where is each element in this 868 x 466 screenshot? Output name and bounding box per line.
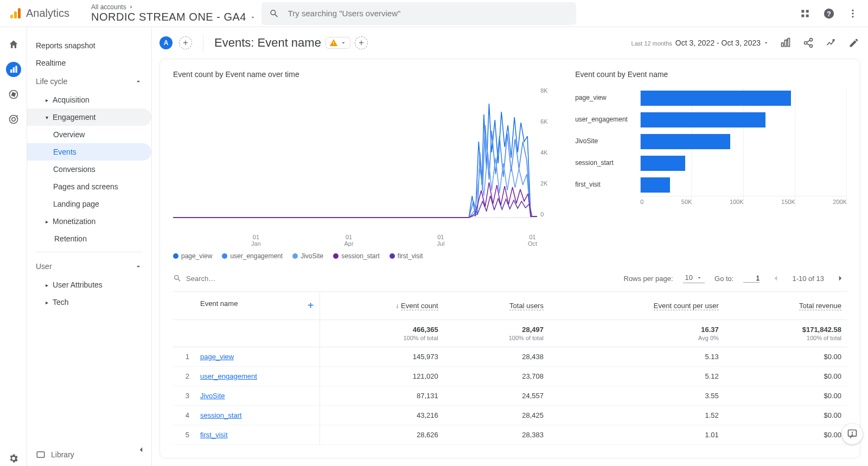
bar-chart-title: Event count by Event name	[575, 70, 847, 79]
page-range: 1-10 of 13	[792, 275, 824, 283]
side-nav: Reports snapshot Realtime Life cycle ▸Ac…	[27, 27, 152, 466]
rpp-select[interactable]: 10	[683, 273, 705, 283]
nav-landing[interactable]: Landing page	[27, 195, 151, 213]
nav-lifecycle[interactable]: Life cycle	[27, 72, 151, 91]
chevron-up-icon	[134, 262, 143, 271]
rail-home[interactable]	[6, 37, 21, 52]
add-filter[interactable]: +	[355, 36, 368, 49]
library-icon	[36, 450, 46, 459]
property-name: NORDIC STREAM ONE - GA4	[91, 11, 246, 23]
nav-engagement[interactable]: ▾Engagement	[27, 108, 151, 126]
rpp-label: Rows per page:	[624, 275, 673, 283]
nav-monetization[interactable]: ▸Monetization	[27, 213, 151, 230]
table-row: 2user_engagement121,02023,7085.12$0.00	[173, 367, 847, 386]
insights-icon[interactable]	[825, 36, 838, 49]
bar-chart[interactable]: page_view user_engagement JivoSite sessi…	[575, 87, 847, 228]
nav-overview[interactable]: Overview	[27, 126, 151, 143]
collapse-nav[interactable]	[133, 442, 149, 459]
nav-user[interactable]: User	[27, 257, 151, 276]
svg-rect-20	[784, 40, 786, 47]
nav-events[interactable]: Events	[27, 143, 151, 161]
nav-user-attr[interactable]: ▸User Attributes	[27, 276, 151, 293]
rail-reports[interactable]	[6, 62, 21, 77]
event-link[interactable]: user_engagement	[200, 372, 257, 380]
svg-rect-1	[14, 11, 17, 18]
logo[interactable]: Analytics	[9, 7, 85, 20]
goto-input[interactable]	[743, 274, 760, 283]
table-row: 4session_start43,21628,4251.52$0.00	[173, 406, 847, 425]
event-link[interactable]: JivoSite	[200, 392, 225, 400]
main: A + Events: Event name + Last 12 monthsO…	[152, 27, 868, 466]
nav-realtime[interactable]: Realtime	[27, 54, 151, 72]
nav-pages[interactable]: Pages and screens	[27, 178, 151, 195]
share-icon[interactable]	[802, 36, 815, 49]
table-search-input[interactable]	[186, 275, 295, 283]
svg-point-17	[11, 118, 15, 122]
dropdown-icon	[763, 40, 769, 46]
col-total-users[interactable]: Total users	[444, 292, 549, 320]
apps-icon[interactable]	[799, 7, 812, 20]
rail-explore[interactable]	[6, 87, 21, 102]
search-input[interactable]	[288, 9, 569, 18]
table-controls: Rows per page: 10 Go to: 1-10 of 13	[173, 265, 847, 292]
chevron-up-icon	[134, 77, 143, 86]
svg-rect-13	[12, 67, 14, 73]
svg-rect-0	[10, 15, 13, 18]
dim-header: Event name	[200, 299, 238, 308]
nav-conversions[interactable]: Conversions	[27, 161, 151, 178]
feedback-fab[interactable]	[842, 424, 863, 444]
help-icon[interactable]: ?	[822, 7, 835, 20]
header-actions: ?	[799, 7, 859, 20]
add-dimension[interactable]: +	[308, 299, 314, 312]
col-total-revenue[interactable]: Total revenue	[724, 292, 847, 320]
search-icon	[269, 8, 279, 19]
svg-rect-5	[801, 14, 804, 17]
rail-advertising[interactable]	[6, 112, 21, 127]
svg-rect-6	[806, 14, 809, 17]
table-search[interactable]	[173, 274, 618, 283]
nav-retention[interactable]: Retention	[27, 230, 151, 247]
svg-rect-18	[37, 452, 44, 458]
event-link[interactable]: session_start	[200, 411, 242, 419]
report-card: Event count by Event name over time	[159, 59, 860, 458]
dropdown-icon	[696, 275, 703, 281]
svg-rect-3	[801, 10, 804, 12]
account-label: All accounts	[91, 3, 126, 11]
nav-acquisition[interactable]: ▸Acquisition	[27, 91, 151, 108]
svg-point-24	[810, 44, 813, 47]
nav-tech[interactable]: ▸Tech	[27, 293, 151, 311]
rail-admin[interactable]	[6, 451, 21, 466]
report-toolbar: A + Events: Event name + Last 12 monthsO…	[152, 27, 868, 59]
table-row: 3JivoSite87,13124,5573.55$0.00	[173, 386, 847, 406]
product-name: Analytics	[26, 7, 69, 20]
event-link[interactable]: first_visit	[200, 431, 228, 439]
feedback-icon	[847, 429, 858, 439]
totals-row: 466,365100% of total 28,497100% of total…	[173, 320, 847, 347]
app-header: Analytics All accounts NORDIC STREAM ONE…	[0, 0, 868, 27]
events-table: Event name + ↓Event count Total users Ev…	[173, 292, 847, 445]
line-chart[interactable]: 8K 6K 4K 2K 0	[173, 87, 553, 234]
customize-icon[interactable]	[779, 36, 792, 49]
date-range[interactable]: Oct 3, 2022 - Oct 3, 2023	[675, 39, 769, 47]
search-box[interactable]	[261, 2, 576, 25]
property-selector[interactable]: All accounts NORDIC STREAM ONE - GA4	[91, 3, 256, 23]
thresholding-warning[interactable]	[326, 37, 350, 49]
event-link[interactable]: page_view	[200, 353, 234, 361]
segment-badge[interactable]: A	[159, 36, 173, 49]
edit-icon[interactable]	[847, 36, 860, 49]
col-event-count[interactable]: ↓Event count	[320, 292, 444, 320]
nav-snapshot[interactable]: Reports snapshot	[27, 37, 151, 54]
dropdown-icon	[250, 14, 256, 21]
col-ec-per-user[interactable]: Event count per user	[549, 292, 724, 320]
more-icon[interactable]	[846, 7, 859, 20]
chevron-right-icon	[129, 4, 134, 10]
svg-text:?: ?	[827, 9, 831, 17]
svg-rect-21	[788, 39, 789, 47]
search-icon	[173, 274, 182, 283]
svg-point-11	[852, 16, 853, 17]
prev-page[interactable]	[769, 272, 782, 285]
svg-rect-19	[782, 43, 783, 47]
next-page[interactable]	[834, 272, 847, 285]
add-comparison[interactable]: +	[179, 36, 192, 49]
dropdown-icon	[340, 40, 347, 46]
